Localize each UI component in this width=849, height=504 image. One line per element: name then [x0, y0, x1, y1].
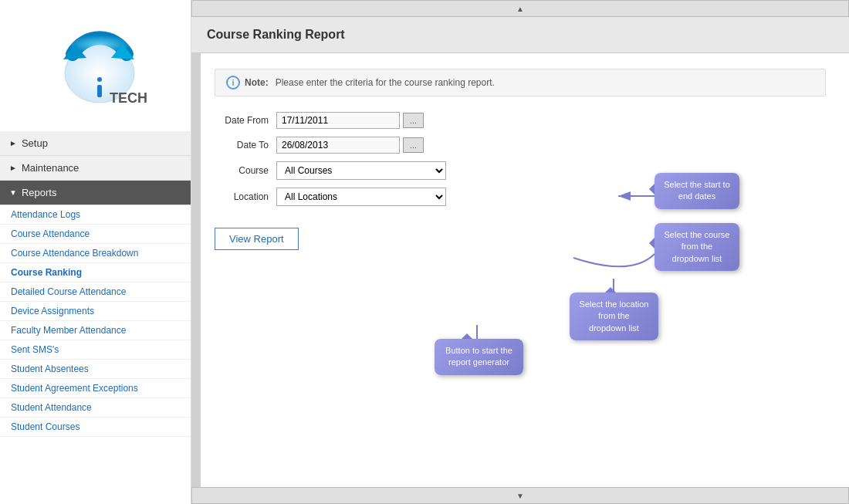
sidebar-sub-course-attendance[interactable]: Course Attendance: [0, 225, 191, 244]
chevron-right-icon: ►: [9, 164, 17, 172]
chevron-down-icon: ▼: [9, 188, 17, 197]
note-text: Please enter the criteria for the course…: [276, 77, 495, 88]
sidebar-item-maintenance[interactable]: ► Maintenance: [0, 156, 191, 181]
date-from-input[interactable]: [276, 112, 400, 129]
scroll-bottom-button[interactable]: ▼: [191, 487, 849, 504]
date-to-input[interactable]: [276, 137, 400, 154]
svg-rect-4: [97, 85, 102, 97]
sidebar-sub-detailed-course-attendance[interactable]: Detailed Course Attendance: [0, 282, 191, 302]
sidebar-sub-course-attendance-breakdown[interactable]: Course Attendance Breakdown: [0, 244, 191, 263]
sidebar-item-setup[interactable]: ► Setup: [0, 131, 191, 156]
sidebar-sub-attendance-logs[interactable]: Attendance Logs: [0, 205, 191, 225]
date-from-row: Date From ...: [215, 112, 826, 129]
sidebar-sub-student-courses[interactable]: Student Courses: [0, 418, 191, 437]
note-label: Note:: [245, 77, 269, 88]
tooltip-course: Select the course from the dropdown list: [655, 223, 739, 271]
report-form: Date From ... Date To ... Course All Cou…: [215, 112, 826, 206]
note-box: i Note: Please enter the criteria for th…: [215, 69, 826, 96]
date-from-picker-button[interactable]: ...: [403, 113, 424, 128]
logo-area: TECH: [0, 0, 191, 131]
chevron-right-icon: ►: [9, 139, 17, 147]
date-to-row: Date To ...: [215, 137, 826, 154]
date-from-label: Date From: [215, 115, 276, 126]
content-area: i Note: Please enter the criteria for th…: [191, 53, 849, 487]
sidebar-panel: TECH ► Setup ► Maintenance ▼ Reports Att…: [0, 0, 191, 504]
sidebar: TECH ► Setup ► Maintenance ▼ Reports Att…: [0, 0, 191, 504]
date-to-picker-button[interactable]: ...: [403, 137, 424, 153]
course-row: Course All Courses: [215, 161, 826, 180]
svg-point-3: [97, 77, 102, 82]
sidebar-sub-device-assignments[interactable]: Device Assignments: [0, 302, 191, 321]
view-report-button[interactable]: View Report: [215, 228, 299, 250]
location-select[interactable]: All Locations: [276, 188, 446, 206]
sidebar-item-maintenance-label: Maintenance: [22, 162, 79, 174]
info-icon: i: [226, 76, 240, 90]
sidebar-item-reports[interactable]: ▼ Reports: [0, 181, 191, 205]
scroll-top-button[interactable]: ▲: [191, 0, 849, 17]
nav-section: ► Setup ► Maintenance ▼ Reports Attendan…: [0, 131, 191, 504]
tooltip-button: Button to start the report generator: [435, 339, 523, 375]
sidebar-sub-student-absentees[interactable]: Student Absentees: [0, 360, 191, 379]
sidebar-sub-course-ranking[interactable]: Course Ranking: [0, 263, 191, 282]
location-label: Location: [215, 191, 276, 202]
sidebar-item-setup-label: Setup: [22, 137, 48, 149]
sidebar-sub-student-agreement-exceptions[interactable]: Student Agreement Exceptions: [0, 379, 191, 398]
sidebar-sub-sent-sms[interactable]: Sent SMS's: [0, 340, 191, 360]
sidebar-sub-student-attendance[interactable]: Student Attendance: [0, 398, 191, 418]
course-label: Course: [215, 165, 276, 176]
course-select[interactable]: All Courses: [276, 161, 446, 180]
tooltip-location: Select the location from the dropdown li…: [570, 293, 658, 340]
page-title: Course Ranking Report: [191, 17, 849, 53]
location-row: Location All Locations: [215, 188, 826, 206]
svg-text:TECH: TECH: [110, 90, 147, 106]
sidebar-item-reports-label: Reports: [22, 187, 57, 198]
sidebar-sub-faculty-member-attendance[interactable]: Faculty Member Attendance: [0, 321, 191, 340]
logo-icon: TECH: [42, 12, 150, 120]
date-to-label: Date To: [215, 140, 276, 151]
main-content: ▲ Course Ranking Report i Note: Please e…: [191, 0, 849, 504]
